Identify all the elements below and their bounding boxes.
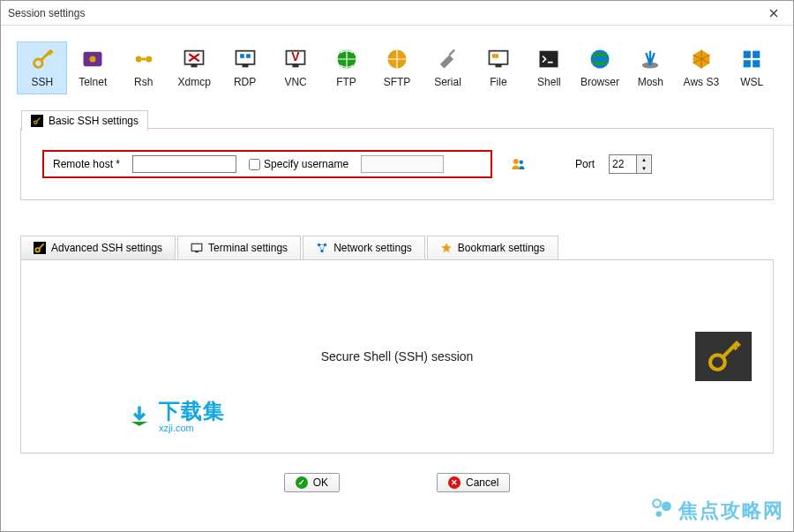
cancel-button[interactable]: ✕ Cancel: [437, 473, 510, 492]
protocol-wsl[interactable]: WSL: [727, 41, 777, 94]
specify-username-input[interactable]: [249, 159, 260, 170]
tab-label: Network settings: [333, 242, 412, 254]
protocol-vnc[interactable]: V VNC: [270, 41, 320, 94]
titlebar: Session settings: [1, 1, 793, 26]
dialog-buttons: ✓ OK ✕ Cancel: [1, 473, 793, 492]
users-icon[interactable]: [510, 156, 526, 172]
svg-rect-31: [191, 244, 202, 251]
protocol-ssh[interactable]: SSH: [17, 41, 67, 94]
key-icon: [31, 115, 43, 127]
protocol-awss3[interactable]: Aws S3: [676, 41, 726, 94]
basic-settings-panel: Basic SSH settings Remote host * Specify…: [20, 128, 774, 200]
svg-point-2: [90, 56, 96, 63]
tab-label: Advanced SSH settings: [51, 242, 162, 254]
protocol-label: Shell: [537, 76, 561, 88]
watermark-main: 下载集 xzji.com: [127, 397, 225, 433]
watermark-text: 下载集: [159, 399, 225, 423]
watermark-corner: 焦点攻略网: [650, 497, 784, 524]
protocol-rsh[interactable]: Rsh: [118, 41, 169, 94]
vnc-icon: V: [283, 48, 308, 71]
svg-point-3: [135, 56, 141, 63]
protocol-mosh[interactable]: Mosh: [625, 41, 676, 94]
protocol-browser[interactable]: Browser: [574, 41, 625, 94]
advanced-content-panel: Secure Shell (SSH) session 下载集 xzji.com: [20, 259, 774, 453]
remote-host-input[interactable]: [132, 155, 236, 173]
port-field: ▲ ▼: [609, 154, 652, 174]
svg-rect-13: [293, 64, 299, 68]
svg-rect-8: [240, 54, 244, 58]
tab-network[interactable]: Network settings: [303, 236, 425, 259]
protocol-label: Rsh: [134, 76, 153, 88]
rsh-icon: [131, 48, 156, 71]
mosh-icon: [638, 48, 663, 71]
terminal-icon: [191, 242, 203, 254]
svg-rect-9: [246, 54, 251, 58]
file-icon: [486, 48, 511, 71]
protocol-label: Telnet: [79, 76, 107, 88]
close-icon: [769, 9, 778, 18]
port-up-button[interactable]: ▲: [637, 155, 651, 164]
protocol-shell[interactable]: Shell: [524, 41, 574, 94]
protocol-label: Aws S3: [684, 76, 719, 88]
serial-icon: [435, 48, 460, 71]
ok-button[interactable]: ✓ OK: [284, 473, 340, 492]
protocol-toolbar: SSH Telnet Rsh Xdmcp RDP V VNC FTP SFTP: [1, 26, 793, 105]
watermark-url: xzji.com: [159, 423, 225, 433]
close-button[interactable]: [753, 1, 793, 26]
protocol-label: Browser: [581, 76, 619, 88]
svg-point-38: [662, 501, 671, 511]
svg-rect-10: [242, 64, 248, 68]
svg-rect-32: [195, 251, 198, 253]
username-input[interactable]: [361, 155, 444, 173]
bubble-icon: [650, 497, 673, 524]
protocol-label: Serial: [434, 76, 461, 88]
svg-rect-22: [744, 51, 751, 58]
aws-icon: [689, 48, 714, 71]
session-settings-window: Session settings SSH Telnet Rsh Xdmcp RD…: [0, 0, 794, 532]
download-icon: [127, 403, 152, 428]
protocol-telnet[interactable]: Telnet: [67, 41, 117, 94]
specify-username-checkbox[interactable]: Specify username: [249, 158, 348, 170]
protocol-file[interactable]: File: [473, 41, 523, 94]
window-title: Session settings: [8, 7, 85, 19]
tab-label: Basic SSH settings: [49, 115, 139, 127]
protocol-xdmcp[interactable]: Xdmcp: [169, 41, 219, 94]
remote-host-label: Remote host *: [53, 158, 120, 170]
basic-settings-row: Remote host * Specify username Port ▲ ▼: [42, 150, 752, 178]
svg-rect-25: [753, 60, 760, 67]
protocol-label: Mosh: [638, 76, 663, 88]
rdp-icon: [233, 48, 258, 71]
browser-icon: [588, 48, 612, 71]
svg-text:V: V: [291, 49, 300, 64]
tab-advanced-ssh[interactable]: Advanced SSH settings: [20, 236, 176, 259]
svg-point-4: [146, 56, 152, 63]
protocol-label: Xdmcp: [177, 76, 210, 88]
svg-rect-6: [191, 64, 198, 68]
port-down-button[interactable]: ▼: [637, 164, 651, 173]
svg-point-37: [653, 499, 661, 507]
protocol-label: SSH: [31, 76, 53, 88]
protocol-sftp[interactable]: SFTP: [371, 41, 422, 94]
advanced-tabs: Advanced SSH settings Terminal settings …: [20, 236, 774, 259]
protocol-label: File: [490, 76, 506, 88]
tab-bookmark[interactable]: Bookmark settings: [427, 236, 558, 259]
basic-ssh-tab[interactable]: Basic SSH settings: [21, 110, 148, 131]
svg-point-27: [513, 159, 519, 164]
svg-rect-19: [540, 51, 558, 68]
protocol-label: FTP: [336, 76, 356, 88]
protocol-label: SFTP: [384, 76, 411, 88]
tab-terminal[interactable]: Terminal settings: [177, 236, 301, 259]
svg-rect-17: [492, 54, 498, 58]
svg-rect-18: [495, 64, 501, 68]
network-icon: [316, 242, 328, 254]
port-input[interactable]: [610, 155, 636, 173]
key-icon: [30, 48, 55, 71]
shell-icon: [536, 48, 561, 71]
protocol-label: VNC: [284, 76, 306, 88]
protocol-rdp[interactable]: RDP: [220, 41, 270, 94]
svg-point-39: [656, 511, 663, 517]
protocol-serial[interactable]: Serial: [423, 41, 473, 94]
key-icon: [34, 242, 46, 254]
check-icon: ✓: [296, 476, 308, 489]
protocol-ftp[interactable]: FTP: [321, 41, 371, 94]
